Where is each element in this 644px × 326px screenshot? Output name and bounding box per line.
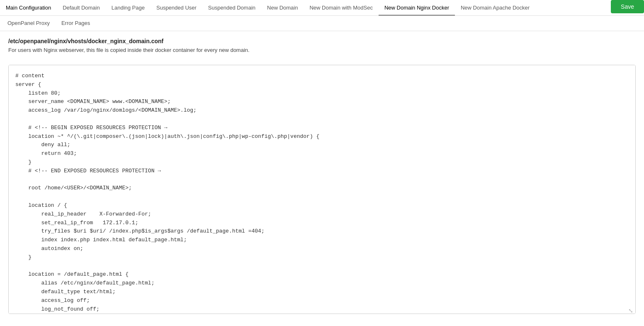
nav-tab-new-domain[interactable]: New Domain [261, 0, 304, 15]
nav-tab-main-configuration[interactable]: Main Configuration [0, 0, 57, 15]
nav-tab-openpanel-proxy[interactable]: OpenPanel Proxy [2, 16, 56, 31]
resize-handle[interactable]: ⤡ [628, 308, 634, 314]
file-description: For users with Nginx webserver, this fil… [8, 47, 636, 53]
header-row: /etc/openpanel/nginx/vhosts/docker_nginx… [8, 38, 636, 59]
nav-tab-new-domain-modsec[interactable]: New Domain with ModSec [304, 0, 378, 15]
nav-row1: Main ConfigurationDefault DomainLanding … [0, 0, 644, 16]
editor-container: ⤡ [8, 65, 636, 315]
nav-row1-tabs: Main ConfigurationDefault DomainLanding … [0, 0, 627, 15]
nav-tab-new-domain-nginx-docker[interactable]: New Domain Nginx Docker [379, 0, 455, 15]
file-path: /etc/openpanel/nginx/vhosts/docker_nginx… [8, 38, 636, 44]
header-text: /etc/openpanel/nginx/vhosts/docker_nginx… [8, 38, 636, 59]
nav-tab-error-pages[interactable]: Error Pages [56, 16, 96, 31]
nav-tab-new-domain-apache-docker[interactable]: New Domain Apache Docker [455, 0, 535, 15]
save-button[interactable]: Save [611, 0, 644, 13]
nav-row2: OpenPanel ProxyError Pages [0, 16, 644, 31]
nav-tab-landing-page[interactable]: Landing Page [106, 0, 151, 15]
main-content: /etc/openpanel/nginx/vhosts/docker_nginx… [0, 31, 644, 322]
nav-tab-suspended-user[interactable]: Suspended User [151, 0, 202, 15]
nav-tab-default-domain[interactable]: Default Domain [57, 0, 106, 15]
nav-row2-tabs: OpenPanel ProxyError Pages [2, 16, 96, 31]
nav-tab-suspended-domain[interactable]: Suspended Domain [202, 0, 261, 15]
code-editor[interactable] [8, 65, 636, 314]
